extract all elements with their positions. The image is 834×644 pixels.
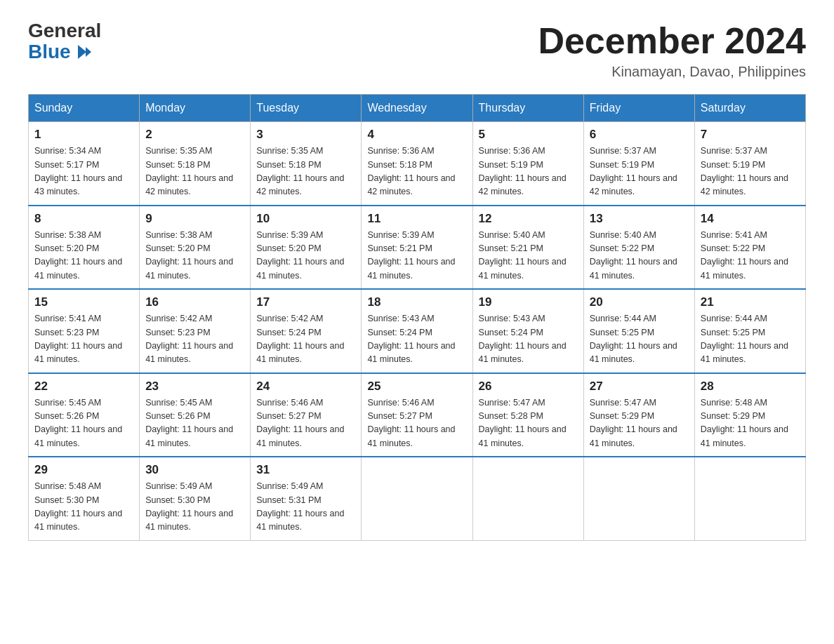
calendar-cell-week4-day0: 22 Sunrise: 5:45 AMSunset: 5:26 PMDaylig… (29, 373, 140, 457)
header-monday: Monday (140, 95, 251, 122)
calendar-week-1: 1 Sunrise: 5:34 AMSunset: 5:17 PMDayligh… (29, 122, 806, 206)
day-number: 1 (34, 128, 133, 142)
calendar-table: SundayMondayTuesdayWednesdayThursdayFrid… (28, 94, 806, 541)
calendar-cell-week5-day1: 30 Sunrise: 5:49 AMSunset: 5:30 PMDaylig… (140, 457, 251, 540)
calendar-cell-week2-day3: 11 Sunrise: 5:39 AMSunset: 5:21 PMDaylig… (362, 206, 472, 290)
day-number: 26 (479, 380, 578, 394)
calendar-cell-week2-day2: 10 Sunrise: 5:39 AMSunset: 5:20 PMDaylig… (251, 206, 362, 290)
day-number: 12 (479, 212, 578, 226)
day-number: 3 (256, 128, 355, 142)
day-info: Sunrise: 5:37 AMSunset: 5:19 PMDaylight:… (701, 145, 800, 199)
day-number: 4 (367, 128, 466, 142)
calendar-cell-week2-day0: 8 Sunrise: 5:38 AMSunset: 5:20 PMDayligh… (29, 206, 140, 290)
calendar-cell-week3-day5: 20 Sunrise: 5:44 AMSunset: 5:25 PMDaylig… (583, 289, 694, 373)
calendar-week-2: 8 Sunrise: 5:38 AMSunset: 5:20 PMDayligh… (29, 206, 806, 290)
calendar-cell-week4-day1: 23 Sunrise: 5:45 AMSunset: 5:26 PMDaylig… (140, 373, 251, 457)
day-info: Sunrise: 5:45 AMSunset: 5:26 PMDaylight:… (34, 396, 133, 451)
day-info: Sunrise: 5:49 AMSunset: 5:30 PMDaylight:… (145, 480, 244, 535)
day-number: 23 (145, 380, 244, 394)
day-number: 31 (256, 463, 355, 477)
header-sunday: Sunday (29, 95, 140, 122)
calendar-cell-week4-day4: 26 Sunrise: 5:47 AMSunset: 5:28 PMDaylig… (472, 373, 583, 457)
calendar-cell-week1-day1: 2 Sunrise: 5:35 AMSunset: 5:18 PMDayligh… (140, 122, 251, 206)
day-info: Sunrise: 5:41 AMSunset: 5:23 PMDaylight:… (34, 312, 133, 367)
day-number: 19 (479, 295, 578, 309)
day-info: Sunrise: 5:36 AMSunset: 5:19 PMDaylight:… (479, 145, 578, 199)
day-info: Sunrise: 5:48 AMSunset: 5:30 PMDaylight:… (34, 480, 133, 535)
header-saturday: Saturday (694, 95, 805, 122)
day-number: 24 (256, 380, 355, 394)
day-number: 11 (367, 212, 466, 226)
day-number: 30 (145, 463, 244, 477)
calendar-cell-week2-day5: 13 Sunrise: 5:40 AMSunset: 5:22 PMDaylig… (583, 206, 694, 290)
day-info: Sunrise: 5:48 AMSunset: 5:29 PMDaylight:… (701, 396, 800, 451)
calendar-cell-week4-day2: 24 Sunrise: 5:46 AMSunset: 5:27 PMDaylig… (251, 373, 362, 457)
day-number: 8 (34, 212, 133, 226)
day-info: Sunrise: 5:45 AMSunset: 5:26 PMDaylight:… (145, 396, 244, 451)
calendar-cell-week5-day0: 29 Sunrise: 5:48 AMSunset: 5:30 PMDaylig… (29, 457, 140, 540)
day-info: Sunrise: 5:39 AMSunset: 5:21 PMDaylight:… (367, 229, 466, 283)
logo-triangle-small-icon (86, 47, 91, 57)
page-header: General Blue December 2024 Kinamayan, Da… (28, 21, 806, 80)
day-number: 22 (34, 380, 133, 394)
day-number: 6 (590, 128, 689, 142)
calendar-week-3: 15 Sunrise: 5:41 AMSunset: 5:23 PMDaylig… (29, 289, 806, 373)
calendar-cell-week3-day3: 18 Sunrise: 5:43 AMSunset: 5:24 PMDaylig… (362, 289, 472, 373)
calendar-cell-week4-day6: 28 Sunrise: 5:48 AMSunset: 5:29 PMDaylig… (694, 373, 805, 457)
month-title: December 2024 (538, 21, 806, 61)
calendar-header-row: SundayMondayTuesdayWednesdayThursdayFrid… (29, 95, 806, 122)
header-friday: Friday (583, 95, 694, 122)
day-number: 18 (367, 295, 466, 309)
calendar-cell-week5-day2: 31 Sunrise: 5:49 AMSunset: 5:31 PMDaylig… (251, 457, 362, 540)
location-subtitle: Kinamayan, Davao, Philippines (538, 64, 806, 80)
day-info: Sunrise: 5:44 AMSunset: 5:25 PMDaylight:… (590, 312, 689, 367)
day-number: 20 (590, 295, 689, 309)
logo-general-text: General (28, 21, 101, 41)
day-info: Sunrise: 5:43 AMSunset: 5:24 PMDaylight:… (479, 312, 578, 367)
day-info: Sunrise: 5:46 AMSunset: 5:27 PMDaylight:… (256, 396, 355, 451)
calendar-cell-week1-day6: 7 Sunrise: 5:37 AMSunset: 5:19 PMDayligh… (694, 122, 805, 206)
calendar-week-5: 29 Sunrise: 5:48 AMSunset: 5:30 PMDaylig… (29, 457, 806, 540)
calendar-cell-week5-day4 (472, 457, 583, 540)
calendar-cell-week4-day3: 25 Sunrise: 5:46 AMSunset: 5:27 PMDaylig… (362, 373, 472, 457)
day-info: Sunrise: 5:41 AMSunset: 5:22 PMDaylight:… (701, 229, 800, 283)
day-info: Sunrise: 5:42 AMSunset: 5:23 PMDaylight:… (145, 312, 244, 367)
calendar-cell-week2-day1: 9 Sunrise: 5:38 AMSunset: 5:20 PMDayligh… (140, 206, 251, 290)
day-info: Sunrise: 5:38 AMSunset: 5:20 PMDaylight:… (145, 229, 244, 283)
day-number: 14 (701, 212, 800, 226)
calendar-cell-week1-day5: 6 Sunrise: 5:37 AMSunset: 5:19 PMDayligh… (583, 122, 694, 206)
calendar-cell-week1-day4: 5 Sunrise: 5:36 AMSunset: 5:19 PMDayligh… (472, 122, 583, 206)
day-number: 27 (590, 380, 689, 394)
day-info: Sunrise: 5:40 AMSunset: 5:22 PMDaylight:… (590, 229, 689, 283)
day-number: 25 (367, 380, 466, 394)
calendar-cell-week3-day0: 15 Sunrise: 5:41 AMSunset: 5:23 PMDaylig… (29, 289, 140, 373)
day-info: Sunrise: 5:36 AMSunset: 5:18 PMDaylight:… (367, 145, 466, 199)
day-info: Sunrise: 5:34 AMSunset: 5:17 PMDaylight:… (34, 145, 133, 199)
calendar-cell-week1-day0: 1 Sunrise: 5:34 AMSunset: 5:17 PMDayligh… (29, 122, 140, 206)
day-number: 9 (145, 212, 244, 226)
day-info: Sunrise: 5:47 AMSunset: 5:29 PMDaylight:… (590, 396, 689, 451)
day-number: 17 (256, 295, 355, 309)
day-info: Sunrise: 5:47 AMSunset: 5:28 PMDaylight:… (479, 396, 578, 451)
day-number: 7 (701, 128, 800, 142)
day-number: 29 (34, 463, 133, 477)
logo-blue-text: Blue (28, 41, 91, 63)
day-number: 28 (701, 380, 800, 394)
day-info: Sunrise: 5:40 AMSunset: 5:21 PMDaylight:… (479, 229, 578, 283)
calendar-cell-week2-day6: 14 Sunrise: 5:41 AMSunset: 5:22 PMDaylig… (694, 206, 805, 290)
day-number: 16 (145, 295, 244, 309)
calendar-cell-week1-day2: 3 Sunrise: 5:35 AMSunset: 5:18 PMDayligh… (251, 122, 362, 206)
calendar-cell-week5-day6 (694, 457, 805, 540)
calendar-cell-week5-day3 (362, 457, 472, 540)
calendar-cell-week3-day4: 19 Sunrise: 5:43 AMSunset: 5:24 PMDaylig… (472, 289, 583, 373)
day-info: Sunrise: 5:44 AMSunset: 5:25 PMDaylight:… (701, 312, 800, 367)
day-info: Sunrise: 5:46 AMSunset: 5:27 PMDaylight:… (367, 396, 466, 451)
calendar-cell-week1-day3: 4 Sunrise: 5:36 AMSunset: 5:18 PMDayligh… (362, 122, 472, 206)
calendar-cell-week4-day5: 27 Sunrise: 5:47 AMSunset: 5:29 PMDaylig… (583, 373, 694, 457)
day-info: Sunrise: 5:49 AMSunset: 5:31 PMDaylight:… (256, 480, 355, 535)
day-number: 2 (145, 128, 244, 142)
calendar-cell-week3-day6: 21 Sunrise: 5:44 AMSunset: 5:25 PMDaylig… (694, 289, 805, 373)
day-info: Sunrise: 5:35 AMSunset: 5:18 PMDaylight:… (145, 145, 244, 199)
day-number: 21 (701, 295, 800, 309)
day-info: Sunrise: 5:39 AMSunset: 5:20 PMDaylight:… (256, 229, 355, 283)
